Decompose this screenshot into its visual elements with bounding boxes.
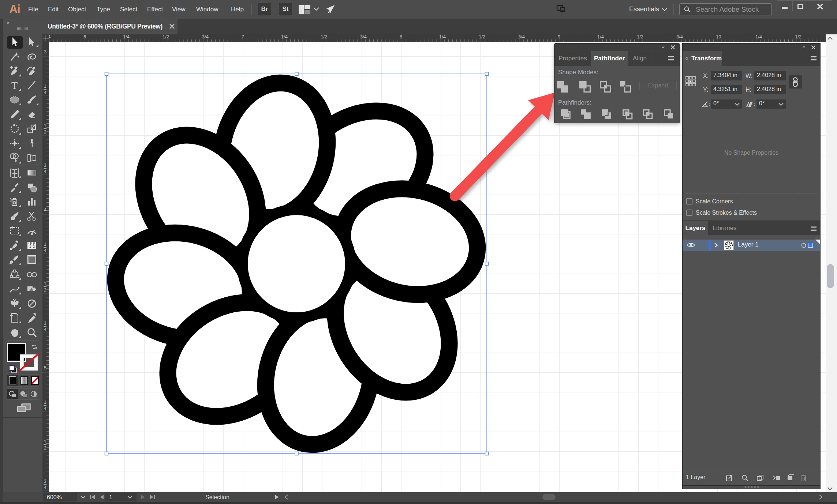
svg-text:1/2: 1/2 (162, 34, 169, 40)
svg-text:3/4: 3/4 (202, 34, 209, 40)
svg-text:4: 4 (44, 248, 46, 253)
svg-text:4: 4 (44, 169, 46, 174)
svg-text:8: 8 (400, 34, 402, 40)
svg-text:6: 6 (83, 34, 86, 40)
svg-text:1/4: 1/4 (123, 34, 130, 40)
svg-text:10: 10 (716, 34, 721, 40)
svg-text:1: 1 (44, 123, 46, 128)
svg-text:9: 9 (558, 34, 560, 40)
svg-text:1: 1 (44, 439, 46, 444)
svg-text:3/4: 3/4 (676, 34, 683, 40)
svg-text:1: 1 (29, 245, 31, 248)
svg-text:3: 3 (44, 49, 46, 54)
svg-text:1/4: 1/4 (281, 34, 288, 40)
svg-text:1/4: 1/4 (755, 34, 762, 40)
svg-text:1: 1 (44, 84, 46, 89)
svg-text:1: 1 (44, 400, 46, 405)
svg-text:3: 3 (44, 479, 46, 484)
svg-text:3/4: 3/4 (360, 34, 367, 40)
svg-text:4: 4 (44, 90, 46, 95)
svg-text:5: 5 (44, 365, 46, 371)
svg-text:1/4: 1/4 (439, 34, 446, 40)
svg-text:1: 1 (44, 242, 46, 247)
svg-text:2: 2 (44, 287, 46, 293)
svg-text:1/4: 1/4 (597, 34, 604, 40)
svg-text:4: 4 (44, 485, 46, 490)
svg-text:4: 4 (44, 207, 46, 212)
svg-text:4: 4 (44, 327, 46, 332)
svg-text:1/2: 1/2 (321, 34, 327, 40)
svg-text:7: 7 (242, 34, 244, 40)
svg-text:1/2: 1/2 (637, 34, 643, 40)
svg-text:2: 2 (44, 129, 46, 135)
svg-text:3: 3 (44, 163, 46, 168)
svg-text:3: 3 (44, 321, 46, 326)
svg-text:3/4: 3/4 (518, 34, 525, 40)
svg-text:2: 2 (44, 445, 46, 451)
svg-text:1/2: 1/2 (795, 34, 801, 40)
svg-text:4: 4 (44, 406, 46, 411)
svg-text:T: T (11, 80, 18, 91)
svg-text:1: 1 (44, 281, 46, 286)
svg-text:1/2: 1/2 (479, 34, 485, 40)
svg-text:2: 2 (33, 245, 35, 248)
